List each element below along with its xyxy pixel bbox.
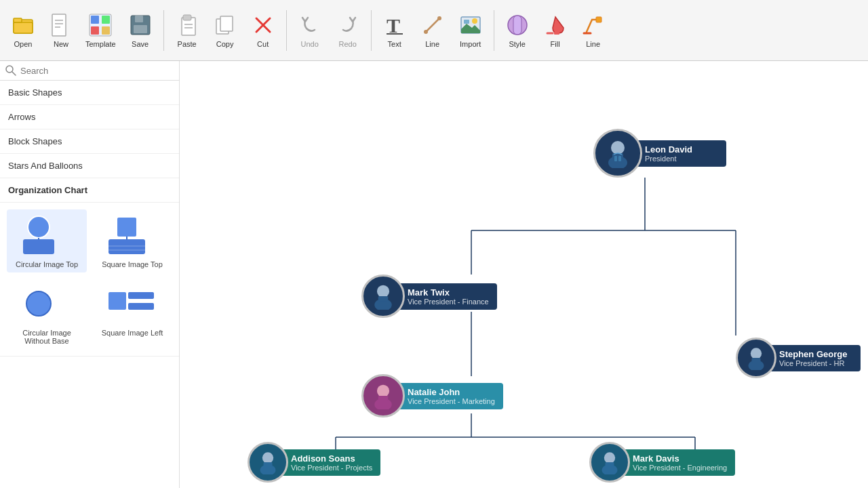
- sidebar-item-block-shapes[interactable]: Block Shapes: [0, 129, 179, 154]
- svg-point-27: [437, 16, 441, 20]
- open-icon: [11, 13, 35, 37]
- copy-icon: [213, 13, 237, 37]
- svg-rect-41: [23, 239, 54, 254]
- sidebar-item-arrows[interactable]: Arrows: [0, 105, 179, 129]
- svg-rect-81: [378, 396, 389, 401]
- cut-button[interactable]: Cut: [245, 5, 281, 56]
- svg-rect-43: [117, 218, 136, 237]
- line-button[interactable]: Line: [415, 5, 450, 56]
- svg-rect-2: [14, 18, 22, 22]
- save-icon: [128, 13, 153, 37]
- save-button[interactable]: Save: [123, 5, 158, 56]
- svg-rect-10: [102, 16, 110, 24]
- avatar-addison: [248, 442, 288, 483]
- svg-rect-20: [220, 16, 233, 31]
- shape-circular-no-base[interactable]: Circular Image Without Base: [7, 278, 87, 349]
- canvas[interactable]: Leon David President Mark Twix Vice Pres…: [180, 61, 868, 488]
- avatar-natalie: [361, 374, 405, 418]
- paste-icon: [175, 13, 199, 37]
- org-shapes-grid: Circular Image Top Square Image Top Circ: [0, 203, 179, 357]
- sidebar-item-stars-balloons[interactable]: Stars And Balloons: [0, 154, 179, 178]
- node-natalie-john[interactable]: Natalie John Vice President - Marketing: [361, 374, 503, 418]
- person-icon-addison: [256, 450, 280, 474]
- shape-square-image-left[interactable]: Square Image Left: [92, 278, 172, 349]
- sidebar-item-basic-shapes[interactable]: Basic Shapes: [0, 81, 179, 105]
- toolbar-divider-2: [286, 10, 287, 51]
- toolbar-divider-3: [371, 10, 372, 51]
- svg-point-31: [472, 18, 477, 24]
- style-button[interactable]: Style: [500, 5, 535, 56]
- person-icon-mark: [370, 283, 397, 310]
- svg-rect-1: [14, 22, 33, 33]
- redo-icon: [336, 13, 360, 37]
- paste-button[interactable]: Paste: [170, 5, 205, 56]
- svg-line-39: [12, 72, 16, 75]
- node-body-leon: Leon David President: [631, 140, 726, 167]
- person-icon-leon: [603, 138, 633, 168]
- node-body-stephen: Stephen George Vice President - HR: [766, 345, 861, 371]
- toolbar: Open New Template: [0, 0, 868, 61]
- open-button[interactable]: Open: [5, 5, 41, 56]
- redo-button[interactable]: Redo: [330, 5, 366, 56]
- toolbar-divider-1: [163, 10, 164, 51]
- svg-rect-36: [596, 17, 601, 22]
- svg-rect-44: [108, 239, 145, 254]
- import-button[interactable]: Import: [453, 5, 488, 56]
- svg-rect-8: [91, 16, 99, 24]
- svg-rect-14: [134, 25, 147, 33]
- svg-point-71: [611, 141, 625, 155]
- node-leon-david[interactable]: Leon David President: [593, 129, 726, 178]
- toolbar-divider-4: [494, 10, 494, 51]
- svg-point-26: [424, 30, 428, 34]
- svg-rect-74: [614, 156, 617, 161]
- svg-rect-16: [183, 15, 191, 20]
- avatar-stephen: [736, 338, 776, 378]
- svg-rect-33: [513, 16, 521, 35]
- svg-point-76: [377, 285, 389, 298]
- square-image-left-preview: [105, 282, 159, 326]
- svg-rect-9: [91, 26, 99, 35]
- svg-point-88: [751, 348, 762, 359]
- avatar-mark-twix: [361, 274, 405, 318]
- node-stephen-george[interactable]: Stephen George Vice President - HR: [736, 338, 861, 378]
- circular-image-top-preview: [20, 214, 74, 258]
- svg-line-25: [426, 18, 439, 32]
- line2-button[interactable]: Line: [576, 5, 611, 56]
- svg-rect-84: [263, 462, 272, 467]
- person-icon-mark-davis: [597, 450, 622, 474]
- svg-rect-29: [464, 20, 469, 24]
- avatar-mark-davis: [589, 442, 630, 483]
- copy-button[interactable]: Copy: [208, 5, 243, 56]
- node-mark-twix[interactable]: Mark Twix Vice President - Finance: [361, 274, 497, 318]
- node-addison-soans[interactable]: Addison Soans Vice President - Projects: [248, 442, 380, 483]
- sidebar-item-org-chart[interactable]: Organization Chart: [0, 178, 179, 203]
- node-body-mark-twix: Mark Twix Vice President - Finance: [394, 283, 497, 310]
- main-area: Basic Shapes Arrows Block Shapes Stars A…: [0, 61, 868, 488]
- template-icon: [88, 13, 113, 37]
- line-tool-icon: [420, 13, 445, 37]
- svg-rect-50: [128, 292, 154, 299]
- new-button[interactable]: New: [43, 5, 79, 56]
- circular-no-base-preview: [20, 282, 74, 326]
- svg-point-85: [604, 452, 615, 463]
- svg-point-40: [28, 216, 50, 238]
- svg-point-48: [26, 291, 51, 316]
- svg-rect-13: [135, 16, 143, 22]
- svg-rect-87: [605, 462, 614, 467]
- shape-circular-image-top[interactable]: Circular Image Top: [7, 209, 87, 272]
- search-icon: [5, 65, 16, 76]
- undo-button[interactable]: Undo: [292, 5, 328, 56]
- svg-point-82: [262, 452, 273, 463]
- square-image-top-preview: [105, 214, 159, 258]
- search-input[interactable]: [20, 66, 174, 76]
- node-mark-davis[interactable]: Mark Davis Vice President - Engineering: [589, 442, 735, 483]
- fill-button[interactable]: Fill: [538, 5, 573, 56]
- svg-rect-3: [52, 14, 66, 36]
- node-body-natalie: Natalie John Vice President - Marketing: [394, 383, 503, 409]
- shape-square-image-top[interactable]: Square Image Top: [92, 209, 172, 272]
- template-button[interactable]: Template: [81, 5, 120, 56]
- cut-icon: [251, 13, 275, 37]
- undo-icon: [298, 13, 322, 37]
- text-button[interactable]: T Text: [377, 5, 412, 56]
- node-body-addison: Addison Soans Vice President - Projects: [277, 449, 380, 476]
